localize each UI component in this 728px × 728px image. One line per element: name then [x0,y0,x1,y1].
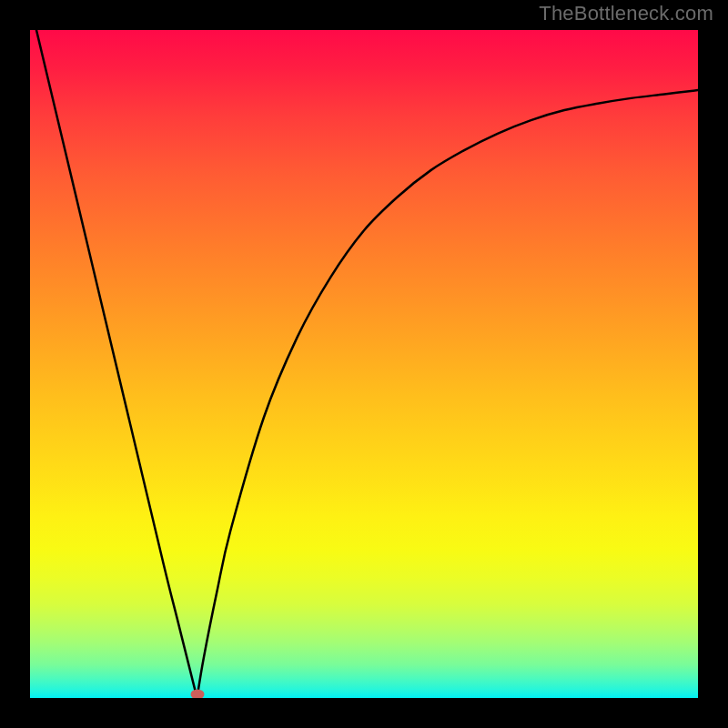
watermark-text: TheBottleneck.com [539,2,713,25]
bottleneck-curve [30,30,698,698]
plot-area [30,30,698,698]
chart-frame: TheBottleneck.com [0,0,728,728]
